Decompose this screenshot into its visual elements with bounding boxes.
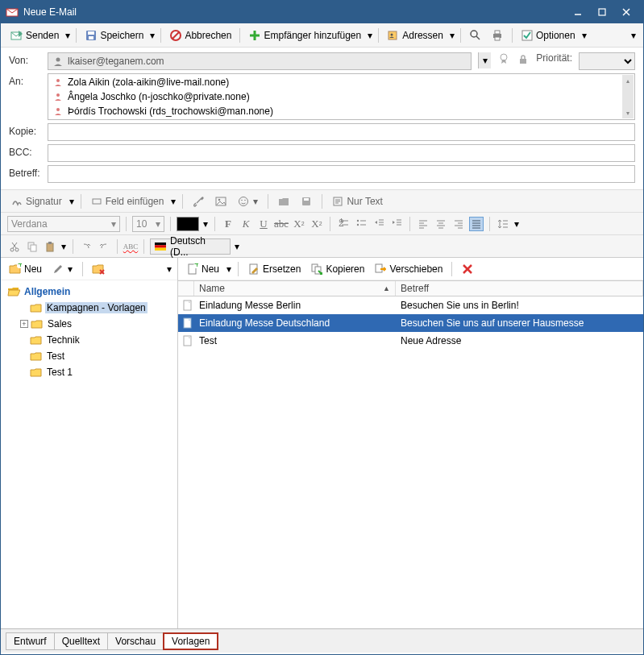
plaintext-toggle[interactable]: Nur Text <box>328 193 385 210</box>
move-template-label: Verschieben <box>389 263 442 275</box>
align-left-button[interactable] <box>416 217 430 231</box>
link-button[interactable] <box>189 193 208 210</box>
svg-rect-18 <box>495 31 500 34</box>
align-right-button[interactable] <box>451 217 466 231</box>
tree-item-label: Test <box>45 350 66 362</box>
language-dropdown[interactable]: ▾ <box>234 241 240 252</box>
minimize-button[interactable] <box>566 3 590 21</box>
bold-button[interactable]: F <box>221 217 235 231</box>
undo-button[interactable] <box>79 239 93 254</box>
addresses-button[interactable]: Adressen <box>384 27 447 44</box>
align-justify-button[interactable] <box>469 217 484 231</box>
line-spacing-button[interactable] <box>496 217 510 231</box>
font-select[interactable]: Verdana▾ <box>7 216 120 232</box>
add-recipient-button[interactable]: Empfänger hinzufügen <box>245 27 364 44</box>
language-select[interactable]: Deutsch (D... <box>150 238 231 255</box>
subscript-button[interactable]: X2 <box>292 217 306 231</box>
to-field[interactable]: Zola Aikin (zola-aikin@live-mail.none) Â… <box>48 73 635 120</box>
close-button[interactable] <box>614 3 638 21</box>
tab-source[interactable]: Quelltext <box>54 632 108 650</box>
align-center-button[interactable] <box>434 217 448 231</box>
table-row[interactable]: Einladung Messe Deutschland Besuchen Sie… <box>178 314 643 332</box>
numbered-list-button[interactable]: 12 <box>336 217 351 231</box>
add-recipient-dropdown[interactable]: ▾ <box>367 30 373 41</box>
paste-button[interactable] <box>43 239 57 254</box>
underline-button[interactable]: U <box>256 217 271 231</box>
move-template-button[interactable]: Verschieben <box>371 260 446 278</box>
expander-icon[interactable]: + <box>20 320 28 328</box>
subject-field[interactable] <box>48 165 635 183</box>
tree-item-kampagnen[interactable]: Kampagnen - Vorlagen <box>2 300 176 316</box>
options-dropdown[interactable]: ▾ <box>581 30 588 41</box>
edit-folder-button[interactable]: ▾ <box>48 260 77 278</box>
send-button[interactable]: Senden <box>7 27 62 44</box>
insert-field-dropdown[interactable]: ▾ <box>170 196 177 207</box>
new-folder-button[interactable]: + Neu <box>6 260 45 278</box>
italic-button[interactable]: K <box>239 217 253 231</box>
redo-button[interactable] <box>97 239 111 254</box>
font-size-select[interactable]: 10▾ <box>132 216 164 232</box>
tab-preview[interactable]: Vorschau <box>107 632 164 650</box>
open-folder-button[interactable] <box>274 193 293 210</box>
bcc-field[interactable] <box>48 144 635 162</box>
send-icon <box>10 29 23 42</box>
spellcheck-button[interactable]: ABC <box>123 239 138 254</box>
font-color-button[interactable] <box>177 217 199 231</box>
ribbon-icon[interactable] <box>497 52 510 65</box>
tree-item-test1[interactable]: Test 1 <box>2 364 176 380</box>
signature-dropdown[interactable]: ▾ <box>69 196 75 207</box>
tab-draft[interactable]: Entwurf <box>6 632 55 650</box>
new-template-dropdown[interactable]: ▾ <box>226 263 232 275</box>
table-row[interactable]: Einladung Messe Berlin Besuchen Sie uns … <box>178 296 643 314</box>
bullet-list-button[interactable] <box>354 217 368 231</box>
save-dropdown[interactable]: ▾ <box>149 30 156 41</box>
paste-dropdown[interactable]: ▾ <box>60 241 67 252</box>
priority-select[interactable] <box>579 52 635 70</box>
cancel-button[interactable]: Abbrechen <box>166 27 235 44</box>
tree-item-technik[interactable]: Technik <box>2 332 176 348</box>
print-button[interactable] <box>488 27 507 44</box>
options-button[interactable]: Optionen <box>517 27 579 44</box>
superscript-button[interactable]: X2 <box>310 217 324 231</box>
sidebar-overflow[interactable]: ▾ <box>166 263 172 275</box>
addresses-dropdown[interactable]: ▾ <box>449 30 455 41</box>
from-dropdown[interactable]: ▾ <box>478 52 491 68</box>
outdent-button[interactable] <box>372 217 386 231</box>
col-handle[interactable] <box>178 281 194 296</box>
tree-root-allgemein[interactable]: Allgemein <box>2 284 176 300</box>
col-betreff[interactable]: Betreff <box>396 281 643 296</box>
new-template-button[interactable]: + Neu <box>183 260 222 278</box>
cut-button[interactable] <box>7 239 22 254</box>
copy-template-button[interactable]: Kopieren <box>307 260 368 278</box>
document-icon <box>183 300 193 311</box>
cc-field[interactable] <box>48 123 635 141</box>
table-row[interactable]: Test Neue Adresse <box>178 332 643 350</box>
tree-item-test[interactable]: Test <box>2 348 176 364</box>
from-field[interactable]: lkaiser@teganem.com <box>48 52 472 70</box>
folder-icon <box>30 302 43 313</box>
image-button[interactable] <box>211 193 231 210</box>
copy-button[interactable] <box>25 239 39 254</box>
insert-field-button[interactable]: Feld einfügen <box>87 193 168 210</box>
replace-button[interactable]: Ersetzen <box>244 260 304 278</box>
maximize-button[interactable] <box>590 3 614 21</box>
delete-folder-button[interactable] <box>89 260 108 278</box>
col-name[interactable]: Name▲ <box>194 281 396 296</box>
emoji-button[interactable]: ▾ <box>234 193 262 210</box>
indent-button[interactable] <box>389 217 404 231</box>
delete-template-button[interactable] <box>458 260 477 278</box>
search-button[interactable] <box>466 27 485 44</box>
lock-icon[interactable] <box>517 52 530 65</box>
send-dropdown[interactable]: ▾ <box>64 30 71 41</box>
line-spacing-dropdown[interactable]: ▾ <box>513 218 520 230</box>
scrollbar[interactable]: ▴▾ <box>622 75 634 118</box>
tab-templates[interactable]: Vorlagen <box>163 632 218 650</box>
signature-button[interactable]: Signatur <box>7 193 65 210</box>
toolbar-overflow[interactable]: ▾ <box>630 30 637 41</box>
strikethrough-button[interactable]: abc <box>274 217 289 231</box>
tree-item-sales[interactable]: + Sales <box>2 316 176 332</box>
save-attachment-button[interactable] <box>297 193 316 210</box>
font-color-dropdown[interactable]: ▾ <box>202 218 209 230</box>
save-button[interactable]: Speichern <box>81 27 147 44</box>
svg-line-10 <box>172 32 179 39</box>
